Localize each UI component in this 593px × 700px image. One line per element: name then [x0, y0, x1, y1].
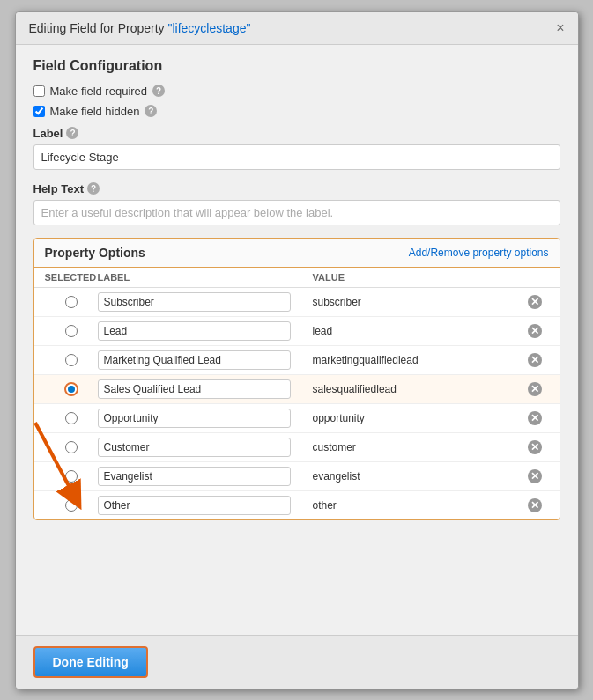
row-value: subscriber	[313, 296, 365, 308]
label-cell	[98, 496, 313, 515]
delete-icon[interactable]: ✕	[528, 440, 542, 454]
label-field-group: Label ?	[33, 127, 560, 170]
table-row: subscriber✕	[34, 288, 560, 317]
delete-cell: ✕	[528, 382, 549, 396]
done-editing-button[interactable]: Done Editing	[33, 646, 148, 678]
value-cell: marketingqualifiedlead	[313, 353, 528, 366]
delete-icon[interactable]: ✕	[528, 469, 542, 483]
radio-cell	[45, 499, 98, 512]
radio-input[interactable]	[65, 296, 78, 308]
modal-header: Editing Field for Property "lifecyclesta…	[16, 12, 578, 45]
make-required-label: Make field required	[50, 85, 148, 98]
table-row: marketingqualifiedlead✕	[34, 346, 560, 375]
make-required-checkbox[interactable]	[33, 85, 45, 97]
delete-cell: ✕	[528, 295, 549, 309]
radio-cell	[45, 382, 98, 396]
radio-cell	[45, 354, 98, 366]
radio-input[interactable]	[65, 412, 78, 424]
radio-input[interactable]	[65, 441, 78, 453]
row-label-input[interactable]	[98, 292, 292, 312]
modal-body: Field Configuration Make field required …	[16, 45, 578, 635]
label-cell	[98, 467, 313, 486]
table-row: other✕	[34, 491, 560, 519]
delete-icon[interactable]: ✕	[528, 295, 542, 309]
value-cell: salesqualifiedlead	[313, 382, 528, 395]
modal-property-name: "lifecyclestage"	[167, 21, 250, 35]
modal-footer: Done Editing	[16, 635, 578, 689]
value-cell: customer	[313, 440, 528, 453]
value-cell: subscriber	[313, 295, 528, 308]
row-label-input[interactable]	[98, 496, 292, 515]
label-cell	[98, 438, 313, 457]
help-text-field-group: Help Text ?	[33, 182, 560, 225]
delete-icon[interactable]: ✕	[528, 324, 542, 338]
row-value: lead	[313, 325, 337, 337]
delete-cell: ✕	[528, 440, 549, 454]
radio-input[interactable]	[65, 325, 78, 337]
make-hidden-checkbox[interactable]	[33, 106, 45, 117]
row-value: evangelist	[313, 470, 364, 483]
row-label-input[interactable]	[98, 438, 292, 457]
make-hidden-label: Make field hidden	[50, 105, 140, 118]
radio-input[interactable]	[65, 354, 78, 366]
col-value-header: VALUE	[313, 272, 528, 283]
label-cell	[98, 379, 313, 399]
help-text-field-label: Help Text ?	[33, 182, 560, 195]
help-text-help-icon[interactable]: ?	[87, 182, 100, 195]
row-value: marketingqualifiedlead	[313, 354, 422, 366]
value-cell: opportunity	[313, 411, 528, 424]
delete-cell: ✕	[528, 411, 549, 425]
make-hidden-row: Make field hidden ?	[33, 105, 560, 118]
table-header: SELECTED LABEL VALUE	[34, 268, 560, 288]
field-config-title: Field Configuration	[33, 58, 560, 74]
modal-title: Editing Field for Property "lifecyclesta…	[29, 21, 251, 35]
row-label-input[interactable]	[98, 350, 292, 370]
radio-cell	[45, 412, 98, 424]
row-value: salesqualifiedlead	[313, 383, 400, 395]
radio-input[interactable]	[65, 470, 78, 483]
modal-dialog: Editing Field for Property "lifecyclesta…	[15, 11, 579, 689]
label-help-icon[interactable]: ?	[66, 127, 78, 139]
table-row: salesqualifiedlead✕	[34, 375, 560, 404]
property-options-title: Property Options	[45, 246, 145, 260]
delete-icon[interactable]: ✕	[528, 382, 542, 396]
delete-icon[interactable]: ✕	[528, 498, 542, 512]
row-value: other	[313, 499, 340, 512]
table-row: opportunity✕	[34, 404, 560, 433]
value-cell: lead	[313, 324, 528, 337]
help-text-label-text: Help Text	[33, 182, 85, 195]
table-row: evangelist✕	[34, 462, 560, 491]
value-cell: evangelist	[313, 469, 528, 483]
delete-icon[interactable]: ✕	[528, 411, 542, 425]
delete-cell: ✕	[528, 469, 549, 483]
delete-cell: ✕	[528, 353, 549, 367]
radio-cell	[45, 325, 98, 337]
help-text-input[interactable]	[33, 200, 560, 225]
radio-cell	[45, 441, 98, 453]
row-label-input[interactable]	[98, 467, 292, 486]
row-label-input[interactable]	[98, 409, 292, 428]
delete-icon[interactable]: ✕	[528, 353, 542, 367]
row-value: opportunity	[313, 412, 368, 424]
col-selected-header: SELECTED	[45, 272, 98, 283]
col-label-header: LABEL	[98, 272, 313, 283]
close-button[interactable]: ×	[556, 21, 564, 35]
radio-cell	[45, 470, 98, 483]
row-label-input[interactable]	[98, 321, 292, 341]
row-label-input[interactable]	[98, 379, 292, 399]
label-cell	[98, 350, 313, 370]
delete-cell: ✕	[528, 498, 549, 512]
table-row: lead✕	[34, 317, 560, 346]
radio-selected[interactable]	[64, 382, 78, 396]
make-hidden-help-icon[interactable]: ?	[145, 105, 157, 117]
table-row: customer✕	[34, 433, 560, 462]
label-input[interactable]	[33, 144, 560, 170]
label-field-label: Label ?	[33, 127, 560, 140]
radio-input[interactable]	[65, 499, 78, 512]
label-cell	[98, 321, 313, 341]
label-cell	[98, 409, 313, 428]
add-remove-link[interactable]: Add/Remove property options	[409, 247, 549, 259]
make-required-help-icon[interactable]: ?	[152, 85, 165, 97]
radio-cell	[45, 296, 98, 308]
property-options-header: Property Options Add/Remove property opt…	[34, 239, 560, 268]
